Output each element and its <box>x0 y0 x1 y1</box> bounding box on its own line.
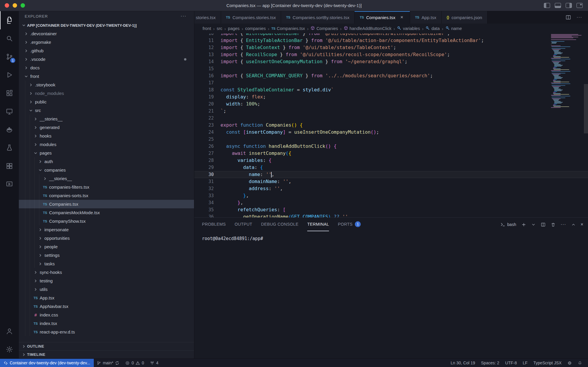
code-editor[interactable]: 10import { WithTopBarContainer } from '@… <box>194 33 588 217</box>
tree-item[interactable]: companies <box>19 166 194 174</box>
code-line[interactable]: 11import { EntityTableActionBar } from '… <box>194 37 588 44</box>
code-line[interactable]: 22 <box>194 115 588 122</box>
editor-tab[interactable]: stories.tsx <box>194 11 221 24</box>
code-line[interactable]: 25 <box>194 136 588 143</box>
code-line[interactable]: 29 data: { <box>194 164 588 171</box>
zoom-window-button[interactable] <box>21 3 25 8</box>
customize-layout-icon[interactable] <box>577 3 583 8</box>
panel-tab-debug-console[interactable]: DEBUG CONSOLE <box>261 218 298 231</box>
tree-item[interactable]: settings <box>19 251 194 259</box>
toggle-panel-icon[interactable] <box>555 3 561 8</box>
code-line[interactable]: 12import { TableContext } from '@/ui/tab… <box>194 44 588 51</box>
docker-icon[interactable] <box>0 120 19 139</box>
tree-item[interactable]: pages <box>19 149 194 157</box>
preview-icon[interactable] <box>0 175 19 193</box>
tree-item[interactable]: TScompanies-sorts.tsx <box>19 191 194 200</box>
tree-item[interactable]: TSreact-app-env.d.ts <box>19 328 194 336</box>
tree-item[interactable]: testing <box>19 276 194 285</box>
tree-item[interactable]: front <box>19 72 194 81</box>
terminal[interactable]: root@0a42ecd84891:/app# <box>194 231 588 358</box>
indentation-indicator[interactable]: Spaces: 2 <box>478 359 502 367</box>
editor-tab[interactable]: TSCompanies.tsx× <box>355 11 410 24</box>
source-control-icon[interactable]: 1 <box>0 48 19 66</box>
code-line[interactable]: 28 variables: { <box>194 157 588 164</box>
breadcrumb-item[interactable]: Companies <box>310 26 338 31</box>
tree-item[interactable]: TSCompanyShow.tsx <box>19 217 194 225</box>
scrollbar-thumb[interactable] <box>584 84 588 133</box>
code-line[interactable]: 21`; <box>194 108 588 115</box>
run-debug-icon[interactable] <box>0 66 19 84</box>
remote-explorer-icon[interactable] <box>0 102 19 120</box>
kill-terminal-icon[interactable] <box>551 222 556 227</box>
panel-more-actions-icon[interactable]: ··· <box>561 222 566 227</box>
extensions-icon[interactable] <box>0 84 19 102</box>
tree-item[interactable]: modules <box>19 140 194 149</box>
code-line[interactable]: 31 domainName: '', <box>194 178 588 185</box>
encoding-indicator[interactable]: UTF-8 <box>502 359 520 367</box>
tree-item[interactable]: sync-hooks <box>19 268 194 276</box>
maximize-panel-icon[interactable] <box>571 222 576 227</box>
line-col-indicator[interactable]: Ln 30, Col 19 <box>448 359 478 367</box>
breadcrumb-item[interactable]: src <box>217 26 222 31</box>
tree-item[interactable]: TSApp.tsx <box>19 294 194 302</box>
tree-item[interactable]: node_modules <box>19 89 194 98</box>
tree-root-folder[interactable]: APP [CONTAINER DEV-TWENTY-DEV (DEV-TWENT… <box>19 21 194 29</box>
tree-item[interactable]: __stories__ <box>19 115 194 123</box>
tree-item[interactable]: src <box>19 106 194 115</box>
editor-more-actions-icon[interactable]: ··· <box>577 15 582 20</box>
explorer-more-actions-icon[interactable]: ··· <box>181 13 186 19</box>
code-line[interactable]: 35 refetchQueries: [ <box>194 206 588 213</box>
breadcrumb-item[interactable]: companies <box>245 26 266 31</box>
sidebar-section-timeline[interactable]: TIMELINE <box>19 350 194 358</box>
accounts-icon[interactable] <box>0 322 19 340</box>
grid-icon[interactable] <box>0 157 19 175</box>
tree-item[interactable]: #index.css <box>19 311 194 319</box>
breadcrumb-item[interactable]: TSCompanies.tsx <box>271 26 305 31</box>
code-line[interactable]: 32 address: '', <box>194 185 588 192</box>
eol-indicator[interactable]: LF <box>520 359 530 367</box>
code-line[interactable]: 34 }, <box>194 199 588 206</box>
remote-indicator[interactable]: Container dev-twenty-dev (dev-twenty-dev… <box>0 359 94 367</box>
minimize-window-button[interactable] <box>13 3 17 8</box>
panel-tab-problems[interactable]: PROBLEMS <box>202 218 226 231</box>
terminal-dropdown-icon[interactable] <box>531 222 536 227</box>
tree-item[interactable]: TSAppNavbar.tsx <box>19 302 194 311</box>
tree-item[interactable]: opportunities <box>19 234 194 242</box>
sidebar-section-outline[interactable]: OUTLINE <box>19 342 194 350</box>
tree-item[interactable]: .github <box>19 46 194 55</box>
beaker-icon[interactable] <box>0 139 19 157</box>
tree-item[interactable]: .storybook <box>19 81 194 89</box>
code-line[interactable]: 26 async function handleAddButtonClick()… <box>194 143 588 150</box>
tree-item[interactable]: docs <box>19 63 194 72</box>
split-terminal-icon[interactable] <box>541 222 546 227</box>
code-line[interactable]: 18const StyledTableContainer = styled.di… <box>194 86 588 93</box>
tree-item[interactable]: __stories__ <box>19 174 194 183</box>
breadcrumb-item[interactable]: data <box>425 26 440 31</box>
language-status-icon[interactable] <box>564 359 575 367</box>
split-editor-icon[interactable] <box>565 14 571 20</box>
code-line[interactable]: 19 display: flex; <box>194 93 588 100</box>
new-terminal-icon[interactable] <box>521 222 526 227</box>
code-line[interactable]: 27 await insertCompany({ <box>194 150 588 157</box>
code-line[interactable]: 13import { RecoilScope } from '@/ui/util… <box>194 51 588 58</box>
panel-tab-terminal[interactable]: TERMINAL <box>307 218 329 231</box>
code-line[interactable]: 15 <box>194 65 588 72</box>
tree-item[interactable]: TSCompaniesMockMode.tsx <box>19 208 194 217</box>
ports-indicator[interactable]: 4 <box>147 359 161 367</box>
tree-item[interactable]: public <box>19 98 194 106</box>
code-line[interactable]: 23export function Companies() { <box>194 122 588 129</box>
notifications-bell-icon[interactable] <box>575 359 585 367</box>
branch-indicator[interactable]: main* <box>94 359 123 367</box>
tree-item[interactable]: .ergomake <box>19 38 194 46</box>
code-line[interactable]: 17 <box>194 79 588 86</box>
tree-item[interactable]: .devcontainer <box>19 29 194 38</box>
editor-tab[interactable]: {}companies.json <box>442 11 487 24</box>
code-line[interactable]: 30 name: '', <box>194 171 588 178</box>
breadcrumb-item[interactable]: variables <box>397 26 420 31</box>
code-line[interactable]: 36 getOperationName(GET_COMPANIES) ?? ''… <box>194 213 588 217</box>
settings-gear-icon[interactable] <box>0 340 19 358</box>
breadcrumb-item[interactable]: name <box>445 26 462 31</box>
tree-item[interactable]: utils <box>19 285 194 294</box>
breadcrumb-item[interactable]: pages <box>228 26 240 31</box>
code-line[interactable]: 16import { SEARCH_COMPANY_QUERY } from '… <box>194 72 588 79</box>
